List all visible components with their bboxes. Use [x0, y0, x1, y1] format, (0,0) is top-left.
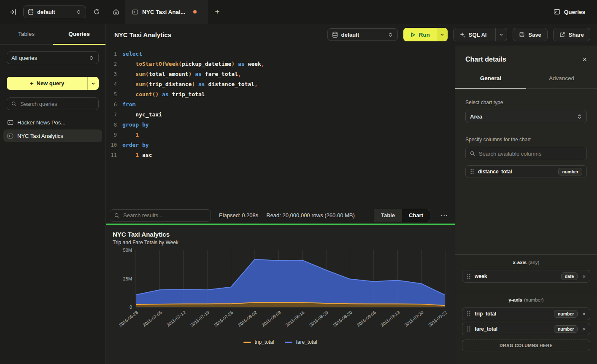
query-list-item[interactable]: NYC Taxi Analytics: [3, 129, 102, 142]
code-line[interactable]: 4 sum(trip_distance) as distance_total,: [106, 79, 455, 89]
sql-ai-menu-button[interactable]: [495, 28, 507, 41]
queries-filter-select[interactable]: All queries: [7, 51, 99, 64]
view-toggle: TableChart: [374, 209, 430, 222]
drop-zone[interactable]: DRAG COLUMNS HERE: [462, 340, 590, 351]
code-line[interactable]: 3 sum(total_amount) as fare_total,: [106, 69, 455, 79]
drag-handle-icon[interactable]: [467, 326, 471, 332]
run-button[interactable]: Run: [403, 28, 437, 41]
more-options-button[interactable]: ⋯: [438, 211, 450, 220]
chart-type-select[interactable]: Area: [465, 110, 587, 123]
chart-title: NYC Taxi Analytics: [113, 231, 448, 238]
topbar: default NYC Taxi Anal... + Queries: [0, 0, 597, 24]
x-tick-label: 2015-07-19: [189, 310, 211, 328]
column-type-badge: number: [554, 310, 578, 318]
x-tick-label: 2015-09-06: [356, 310, 377, 328]
new-tab-button[interactable]: +: [208, 0, 227, 24]
chart-panel: NYC Taxi Analytics Trip and Fare Totals …: [106, 225, 455, 364]
code-line[interactable]: 10order by: [106, 140, 455, 150]
axis-divider: [455, 292, 597, 292]
sql-editor[interactable]: 1select2 toStartOfWeek(pickup_datetime) …: [106, 46, 455, 207]
column-chip-distance_total[interactable]: distance_totalnumber: [465, 165, 587, 178]
chevron-updown-icon: [388, 32, 393, 38]
topbar-left: default: [0, 0, 106, 24]
line-number: 7: [106, 110, 117, 120]
home-tab-button[interactable]: [106, 0, 125, 24]
code-line[interactable]: 5 count() as trip_total: [106, 89, 455, 100]
column-chip-fare_total[interactable]: fare_totalnumber×: [462, 323, 590, 335]
new-query-button[interactable]: + New query: [7, 77, 87, 90]
run-options-button[interactable]: [437, 28, 448, 41]
panel-body: Select chart type Area Specify columns f…: [455, 100, 597, 178]
y-axis-label: y-axis: [508, 297, 522, 302]
sidebar-tab-tables[interactable]: Tables: [0, 24, 53, 44]
refresh-button[interactable]: [91, 6, 103, 18]
close-panel-button[interactable]: ×: [582, 56, 587, 63]
view-toggle-table[interactable]: Table: [374, 209, 402, 222]
y-axis-columns: trip_totalnumber×fare_totalnumber×: [462, 307, 590, 335]
new-query-label: New query: [37, 80, 65, 86]
share-button[interactable]: Share: [553, 28, 590, 41]
queries-button[interactable]: Queries: [554, 8, 585, 15]
x-tick-label: 2015-08-02: [237, 310, 258, 328]
remove-column-button[interactable]: ×: [582, 274, 586, 279]
query-list: Hacker News Pos...NYC Taxi Analytics: [3, 116, 102, 142]
code-line[interactable]: 8group by: [106, 120, 455, 130]
code-line[interactable]: 7 nyc_taxi: [106, 110, 455, 120]
elapsed-label: Elapsed: 0.208s: [219, 212, 258, 218]
drag-handle-icon[interactable]: [470, 169, 474, 175]
axis-configuration: x-axis(any) weekdate× y-axis(number) tri…: [455, 254, 597, 364]
search-columns-input[interactable]: [479, 151, 583, 157]
remove-column-button[interactable]: ×: [582, 326, 586, 332]
plus-icon: +: [30, 80, 34, 87]
save-button-label: Save: [528, 32, 541, 38]
column-chip-week[interactable]: weekdate×: [462, 270, 590, 283]
code-line[interactable]: 2 toStartOfWeek(pickup_datetime) as week…: [106, 59, 455, 69]
results-search-box: [110, 209, 211, 222]
refresh-icon: [93, 8, 100, 15]
collapse-sidebar-button[interactable]: [7, 6, 19, 18]
save-button[interactable]: Save: [513, 28, 547, 41]
code-line[interactable]: 9 1: [106, 130, 455, 140]
sql-ai-button[interactable]: SQL AI: [454, 28, 492, 41]
query-item-label: NYC Taxi Analytics: [17, 133, 63, 139]
x-tick-label: 2015-08-16: [284, 310, 305, 328]
remove-column-button[interactable]: ×: [582, 311, 586, 317]
code-line[interactable]: 11 1 asc: [106, 150, 455, 160]
view-toggle-chart[interactable]: Chart: [402, 209, 430, 222]
column-type-badge: number: [558, 168, 582, 175]
code-line[interactable]: 1select: [106, 49, 455, 59]
columns-search-box: [465, 147, 587, 160]
run-button-label: Run: [419, 32, 430, 38]
drag-handle-icon[interactable]: [467, 311, 471, 317]
column-type-badge: number: [554, 325, 578, 333]
sidebar-tab-queries[interactable]: Queries: [53, 24, 105, 44]
column-type-badge: date: [561, 272, 578, 280]
query-list-item[interactable]: Hacker News Pos...: [3, 116, 102, 129]
share-icon: [559, 32, 565, 38]
x-tick-label: 2015-08-23: [308, 310, 330, 328]
column-name: distance_total: [478, 169, 512, 175]
search-icon: [114, 213, 120, 218]
chevron-updown-icon: [76, 9, 81, 15]
legend-label: trip_total: [254, 339, 274, 345]
x-tick-label: 2015-07-12: [165, 310, 186, 328]
database-selector[interactable]: default: [23, 5, 86, 18]
new-query-menu-button[interactable]: [87, 77, 99, 90]
header-database-selector[interactable]: default: [327, 28, 398, 41]
chart-type-label: Select chart type: [465, 100, 587, 105]
x-tick-label: 2015-07-05: [142, 310, 163, 328]
drag-handle-icon[interactable]: [467, 273, 471, 279]
search-results-input[interactable]: [123, 212, 207, 218]
panel-tab-general[interactable]: General: [455, 68, 526, 88]
legend-item-trip_total[interactable]: trip_total: [243, 339, 274, 345]
chart-type-value: Area: [470, 113, 482, 120]
legend-item-fare_total[interactable]: fare_total: [285, 339, 317, 345]
tab-nyc-taxi-analytics[interactable]: NYC Taxi Anal...: [125, 0, 208, 24]
database-selector-value: default: [37, 9, 73, 15]
panel-tab-advanced[interactable]: Advanced: [526, 68, 597, 88]
column-chip-trip_total[interactable]: trip_totalnumber×: [462, 307, 590, 320]
search-queries-input[interactable]: [20, 101, 95, 107]
x-axis-label: x-axis: [513, 260, 527, 265]
x-axis-columns: weekdate×: [462, 270, 590, 283]
code-line[interactable]: 6from: [106, 100, 455, 110]
